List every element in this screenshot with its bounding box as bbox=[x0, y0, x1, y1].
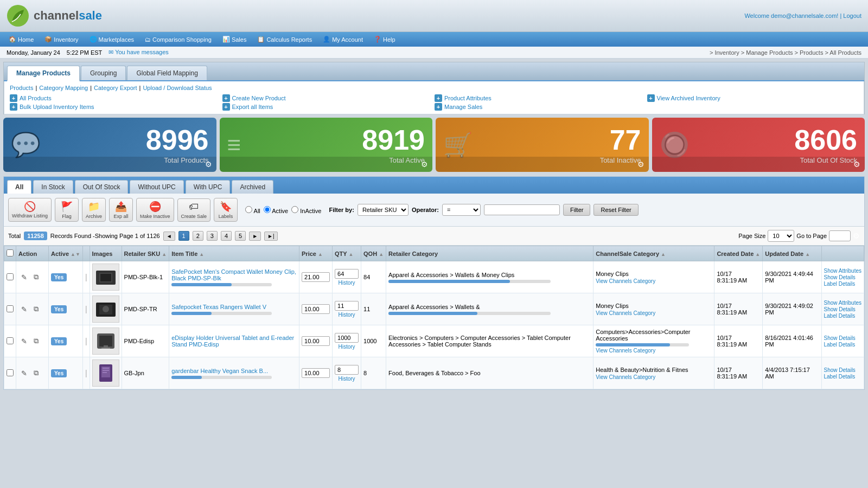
page-first-button[interactable]: ◄ bbox=[163, 232, 175, 241]
filter-tab-all[interactable]: All bbox=[7, 180, 31, 194]
sku-sort-icon[interactable]: ▲ bbox=[162, 252, 167, 257]
history-link[interactable]: History bbox=[335, 376, 359, 382]
qty-sort-icon[interactable]: ▲ bbox=[349, 252, 354, 257]
refresh-icon[interactable]: ⚙ bbox=[853, 232, 860, 240]
withdraw-listing-button[interactable]: 🚫 Withdraw Listing bbox=[8, 198, 52, 222]
nav-comparison[interactable]: 🗂 Comparison Shopping bbox=[141, 35, 216, 44]
tab-grouping[interactable]: Grouping bbox=[81, 66, 126, 80]
edit-icon[interactable]: ✎ bbox=[18, 304, 29, 314]
filter-tab-without-upc[interactable]: Without UPC bbox=[130, 180, 183, 194]
view-channels-link[interactable]: View Channels Category bbox=[596, 374, 712, 380]
price-input[interactable] bbox=[302, 368, 330, 378]
show-details-link[interactable]: Show Details bbox=[824, 367, 862, 373]
page-size-select[interactable]: 10 25 50 100 bbox=[768, 230, 794, 242]
subnav-upload-status-link[interactable]: Upload / Download Status bbox=[143, 85, 212, 91]
row-flag-icon[interactable]: | bbox=[85, 337, 87, 345]
subnav-category-export-link[interactable]: Category Export bbox=[94, 85, 137, 91]
filter-value-input[interactable] bbox=[484, 204, 560, 215]
radio-inactive[interactable] bbox=[291, 206, 298, 213]
page-4-button[interactable]: 4 bbox=[221, 231, 232, 241]
page-last-button[interactable]: ►| bbox=[264, 232, 278, 241]
row-checkbox[interactable] bbox=[7, 273, 14, 280]
subnav-products-link[interactable]: Products bbox=[10, 85, 33, 91]
show-attributes-link[interactable]: Show Attributes bbox=[824, 300, 862, 306]
label-details-link[interactable]: Label Details bbox=[824, 342, 862, 348]
select-all-checkbox[interactable] bbox=[7, 249, 14, 256]
created-sort-icon[interactable]: ▲ bbox=[755, 252, 760, 257]
qty-input[interactable] bbox=[335, 333, 359, 343]
radio-active-label[interactable]: Active bbox=[264, 206, 288, 214]
filter-tab-out-of-stock[interactable]: Out Of Stock bbox=[75, 180, 129, 194]
stat-settings-inactive-icon[interactable]: ⚙ bbox=[637, 160, 644, 169]
subnav-view-archived[interactable]: + View Archived Inventory bbox=[647, 94, 859, 102]
row-checkbox[interactable] bbox=[7, 305, 14, 312]
price-input[interactable] bbox=[302, 304, 330, 314]
copy-icon[interactable]: ⧉ bbox=[30, 272, 41, 282]
nav-inventory[interactable]: 📦 Inventory bbox=[40, 34, 82, 44]
view-channels-link[interactable]: View Channels Category bbox=[596, 310, 712, 316]
active-sort-icon[interactable]: ▲▼ bbox=[71, 252, 80, 257]
subnav-product-attributes[interactable]: + Product Attributes bbox=[435, 94, 646, 102]
page-1-button[interactable]: 1 bbox=[178, 231, 189, 241]
show-details-link[interactable]: Show Details bbox=[824, 274, 862, 280]
filter-tab-archived[interactable]: Archived bbox=[232, 180, 273, 194]
channel-cat-sort-icon[interactable]: ▲ bbox=[661, 252, 666, 257]
radio-inactive-label[interactable]: InActive bbox=[291, 206, 321, 214]
nav-account[interactable]: 👤 My Account bbox=[318, 34, 367, 44]
stat-settings-active-icon[interactable]: ⚙ bbox=[421, 160, 428, 169]
view-channels-link[interactable]: View Channels Category bbox=[596, 348, 712, 354]
tab-manage-products[interactable]: Manage Products bbox=[7, 66, 80, 81]
product-title-link[interactable]: eDisplay Holder Universal Tablet and E-r… bbox=[171, 335, 294, 348]
flag-button[interactable]: 🚩 Flag bbox=[55, 198, 79, 222]
filter-by-select[interactable]: Retailer SKU Title Price QTY Category bbox=[358, 204, 409, 216]
label-details-link[interactable]: Label Details bbox=[824, 374, 862, 380]
copy-icon[interactable]: ⧉ bbox=[30, 336, 41, 346]
filter-tab-with-upc[interactable]: With UPC bbox=[186, 180, 231, 194]
qty-input[interactable] bbox=[335, 365, 359, 375]
subnav-category-mapping-link[interactable]: Category Mapping bbox=[39, 85, 88, 91]
nav-home[interactable]: 🏠 Home bbox=[4, 34, 38, 44]
page-5-button[interactable]: 5 bbox=[235, 231, 246, 241]
row-flag-icon[interactable]: | bbox=[85, 273, 87, 281]
create-sale-button[interactable]: 🏷 Create Sale bbox=[177, 198, 211, 222]
tab-global-field-mapping[interactable]: Global Field Mapping bbox=[127, 66, 207, 80]
nav-calculus[interactable]: 📋 Calculus Reports bbox=[253, 34, 316, 44]
qty-input[interactable] bbox=[335, 269, 359, 279]
show-details-link[interactable]: Show Details bbox=[824, 335, 862, 341]
label-details-link[interactable]: Label Details bbox=[824, 281, 862, 287]
stat-settings-oos-icon[interactable]: ⚙ bbox=[853, 160, 860, 169]
label-details-link[interactable]: Label Details bbox=[824, 313, 862, 319]
radio-all-label[interactable]: All bbox=[245, 206, 260, 214]
page-2-button[interactable]: 2 bbox=[193, 231, 203, 241]
products-table-scroll[interactable]: Action Active ▲▼ Images Retailer SKU ▲ I… bbox=[4, 246, 864, 389]
row-checkbox[interactable] bbox=[7, 337, 14, 344]
copy-icon[interactable]: ⧉ bbox=[30, 304, 41, 314]
page-3-button[interactable]: 3 bbox=[207, 231, 218, 241]
radio-active[interactable] bbox=[264, 206, 271, 213]
nav-help[interactable]: ❓ Help bbox=[369, 34, 400, 44]
copy-icon[interactable]: ⧉ bbox=[30, 368, 41, 378]
nav-sales[interactable]: 📊 Sales bbox=[218, 34, 251, 44]
filter-button[interactable]: Filter bbox=[563, 204, 590, 216]
product-title-link[interactable]: SafePocket Men's Compact Wallet Money Cl… bbox=[171, 268, 296, 281]
show-details-link[interactable]: Show Details bbox=[824, 306, 862, 312]
messages-link[interactable]: ✉ You have messages bbox=[108, 49, 169, 56]
qty-input[interactable] bbox=[335, 301, 359, 311]
product-title-link[interactable]: Safepocket Texas Rangers Wallet V bbox=[171, 304, 266, 310]
row-flag-icon[interactable]: | bbox=[85, 369, 87, 377]
history-link[interactable]: History bbox=[335, 312, 359, 318]
title-sort-icon[interactable]: ▲ bbox=[199, 252, 204, 257]
qoh-sort-icon[interactable]: ▲ bbox=[379, 252, 384, 257]
subnav-bulk-upload[interactable]: + Bulk Upload Inventory Items bbox=[10, 103, 221, 111]
price-input[interactable] bbox=[302, 272, 330, 282]
archive-button[interactable]: 📁 Archive bbox=[82, 198, 106, 222]
row-flag-icon[interactable]: | bbox=[85, 305, 87, 313]
make-inactive-button[interactable]: ⛔ Make Inactive bbox=[136, 198, 174, 222]
history-link[interactable]: History bbox=[335, 280, 359, 286]
filter-tab-in-stock[interactable]: In Stock bbox=[33, 180, 73, 194]
subnav-create-product[interactable]: + Create New Product bbox=[222, 94, 434, 102]
row-checkbox[interactable] bbox=[7, 369, 14, 376]
go-to-page-input[interactable] bbox=[829, 230, 851, 241]
edit-icon[interactable]: ✎ bbox=[18, 368, 29, 378]
subnav-all-products[interactable]: + All Products bbox=[10, 94, 221, 102]
